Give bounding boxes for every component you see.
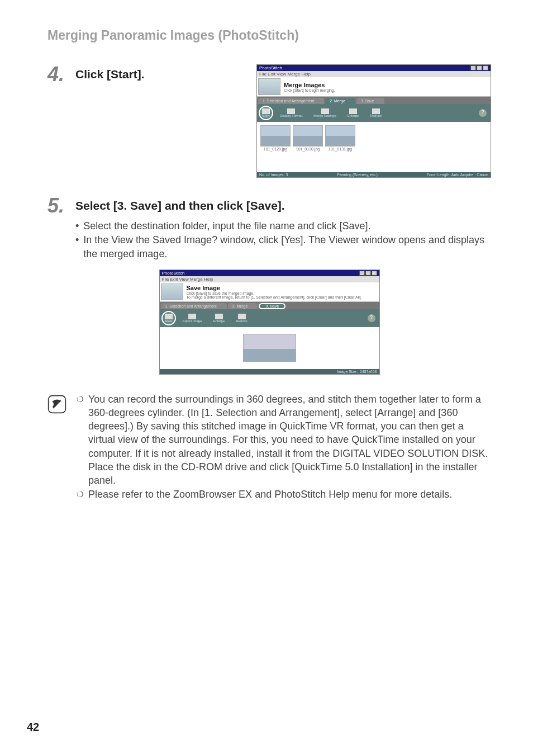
merged-preview (243, 334, 296, 362)
step-5-title: Select [3. Save] and then click [Save]. (75, 196, 285, 212)
window-titlebar: PhotoStitch _ □ × (257, 65, 491, 71)
merge-settings-tool: Merge Settings (309, 107, 340, 119)
page-number: 42 (27, 721, 39, 734)
save-tabs-bar: 1. Selection and Arrangement 2. Merge 3.… (160, 302, 379, 309)
minimize-icon: _ (470, 65, 476, 70)
save-help-icon: ? (368, 314, 375, 322)
section-subtitle: Click [Start] to begin merging. (284, 88, 335, 92)
step-5: 5. Select [3. Save] and then click [Save… (47, 196, 491, 216)
status-bar: No. of Images: 3 Panning (Scenery, etc.)… (257, 172, 491, 177)
save-window-app-title: PhotoStitch (162, 271, 185, 276)
tabs-bar: 1. Selection and Arrangement 2. Merge 3.… (257, 97, 491, 104)
save-window-titlebar: PhotoStitch _ □ × (160, 270, 379, 276)
save-section-title: Save Image (187, 285, 362, 291)
close-icon: × (483, 65, 488, 70)
image-thumb-1: 101_0129.jpg (260, 125, 291, 151)
status-focal: Focal Length: Auto Acquire · Canon (427, 173, 488, 177)
enlarge-tool: Enlarge (343, 107, 364, 119)
image-thumb-3: 101_0131.jpg (325, 125, 355, 151)
note-item-1: ❍ You can record the surroundings in 360… (77, 393, 491, 488)
tab-selection: 1. Selection and Arrangement (258, 98, 324, 104)
help-icon: ? (479, 109, 487, 117)
save-label: Save (165, 319, 173, 323)
section-thumbnail (258, 78, 280, 95)
start-button-highlight: Start (259, 106, 273, 120)
maximize-icon: □ (477, 65, 482, 70)
save-icon (165, 314, 173, 319)
save-tab-save-highlight: 3. Save (259, 303, 285, 309)
save-window-screenshot: PhotoStitch _ □ × File Edit View Merge H… (159, 270, 380, 375)
save-section-sub1: Click [Save] to save the merged image. (187, 291, 362, 295)
merge-window-screenshot: PhotoStitch _ □ × File Edit View Merge H… (256, 64, 491, 178)
save-button-highlight: Save (161, 311, 176, 325)
save-window-menubar: File Edit View Merge Help (160, 276, 379, 282)
start-label: Start (263, 114, 270, 117)
step-5-number: 5. (47, 196, 69, 216)
save-enlarge-tool: Enlarge (209, 313, 230, 324)
save-tab-selection: 1. Selection and Arrangement (161, 303, 227, 309)
note-icon (47, 395, 66, 414)
toolbar: Start Display Format Merge Settings Enla… (257, 104, 491, 122)
step-4-title: Click [Start]. (75, 64, 145, 81)
save-status-bar: Image Size : 2407x658 (160, 369, 379, 374)
note-item-2: ❍ Please refer to the ZoomBrowser EX and… (77, 488, 491, 501)
save-section-thumbnail (161, 284, 183, 300)
start-icon (262, 108, 270, 114)
adjust-tool: Adjust Image (178, 313, 207, 324)
window-menubar: File Edit View Merge Help (257, 71, 491, 77)
maximize-icon: □ (365, 271, 371, 276)
bullet-circle-icon: ❍ (77, 393, 84, 488)
tab-merge: 2. Merge (325, 98, 355, 104)
save-reduce-tool: Reduce (231, 313, 252, 324)
tab-save: 3. Save (356, 98, 384, 104)
step-5-bullet-1: •Select the destination folder, input th… (75, 219, 491, 233)
status-mode: Panning (Scenery, etc.) (337, 173, 378, 177)
window-app-title: PhotoStitch (259, 65, 282, 70)
status-count: No. of Images: 3 (259, 173, 288, 177)
step-4-number: 4. (47, 64, 69, 84)
image-thumb-2: 101_0130.jpg (293, 125, 323, 151)
step-5-bullet-2: •In the View the Saved Image? window, cl… (75, 233, 491, 261)
save-section-sub2: To merge a different image, return to [1… (187, 295, 362, 299)
save-toolbar: Save Adjust Image Enlarge Reduce ? (160, 309, 379, 327)
step-4: 4. Click [Start]. (47, 64, 145, 84)
save-tab-merge: 2. Merge (228, 303, 258, 309)
minimize-icon: _ (359, 271, 365, 276)
close-icon: × (372, 271, 377, 276)
section-title: Merge Images (284, 82, 335, 88)
page-header-title: Merging Panoramic Images (PhotoStitch) (47, 28, 491, 43)
reduce-tool: Reduce (365, 107, 386, 119)
display-tool: Display Format (275, 107, 307, 119)
bullet-circle-icon: ❍ (77, 488, 84, 501)
